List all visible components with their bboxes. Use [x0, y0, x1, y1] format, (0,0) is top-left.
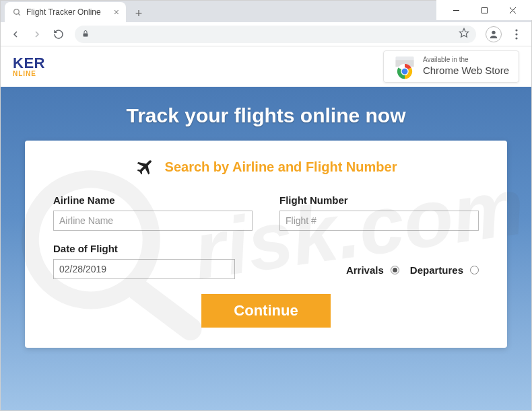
direction-group: Arrivals Departures [262, 264, 479, 276]
window-titlebar [436, 0, 532, 20]
svg-point-0 [13, 9, 19, 14]
airline-name-label: Airline Name [53, 194, 253, 206]
arrivals-label: Arrivals [346, 264, 384, 276]
svg-rect-6 [84, 33, 88, 36]
flight-number-label: Flight Number [279, 194, 479, 206]
browser-tab[interactable]: Flight Tracker Online × [5, 2, 126, 22]
close-window-button[interactable] [498, 0, 527, 20]
svg-point-10 [515, 33, 517, 35]
lock-icon [81, 30, 90, 39]
card-header: Search by Airline and Flight Number [53, 157, 479, 177]
back-button[interactable] [6, 25, 25, 44]
departures-radio[interactable] [470, 266, 479, 274]
card-title: Search by Airline and Flight Number [165, 159, 397, 175]
kebab-menu-icon[interactable] [507, 25, 526, 44]
bookmark-star-icon[interactable] [459, 28, 469, 41]
date-of-flight-input[interactable] [53, 259, 235, 279]
maximize-button[interactable] [470, 0, 498, 20]
continue-button[interactable]: Continue [201, 294, 330, 328]
arrivals-radio[interactable] [391, 266, 399, 274]
browser-window: Flight Tracker Online × + [0, 0, 532, 411]
minimize-button[interactable] [442, 0, 470, 20]
form-row-2: Date of Flight Arrivals Departures [53, 243, 479, 279]
page-header: KER NLINE Avail [1, 46, 531, 87]
form-row-1: Airline Name Flight Number [53, 194, 479, 231]
page-content: KER NLINE Avail [1, 46, 531, 410]
browser-toolbar [1, 22, 531, 46]
svg-rect-3 [481, 7, 487, 13]
profile-button[interactable] [486, 26, 502, 42]
hero-title: Track your flights online now [1, 87, 531, 141]
svg-marker-7 [459, 28, 468, 37]
tab-title: Flight Tracker Online [26, 7, 101, 17]
cws-text: Available in the Chrome Web Store [423, 56, 509, 77]
search-icon [11, 7, 22, 17]
new-tab-button[interactable]: + [130, 5, 147, 22]
forward-button[interactable] [28, 25, 46, 44]
cws-store-label: Chrome Web Store [423, 65, 509, 77]
logo-line1: KER [13, 56, 45, 71]
departures-label: Departures [410, 264, 463, 276]
reload-button[interactable] [49, 25, 68, 44]
date-of-flight-label: Date of Flight [53, 243, 235, 254]
svg-line-1 [18, 13, 20, 15]
flight-number-input[interactable] [279, 211, 479, 231]
airplane-icon [135, 157, 156, 177]
airline-name-input[interactable] [53, 211, 253, 231]
chrome-web-store-badge[interactable]: Available in the Chrome Web Store [383, 50, 519, 83]
svg-point-9 [515, 29, 517, 31]
cws-available-label: Available in the [423, 56, 509, 65]
chrome-icon [393, 55, 416, 78]
svg-point-11 [515, 37, 517, 39]
logo-line2: NLINE [13, 71, 45, 77]
svg-point-8 [492, 30, 495, 34]
close-tab-icon[interactable]: × [114, 7, 119, 17]
address-bar[interactable] [75, 26, 476, 43]
hero-banner: Track your flights online now Search by … [1, 87, 531, 410]
search-card: Search by Airline and Flight Number Airl… [25, 141, 507, 348]
site-logo: KER NLINE [13, 56, 45, 77]
